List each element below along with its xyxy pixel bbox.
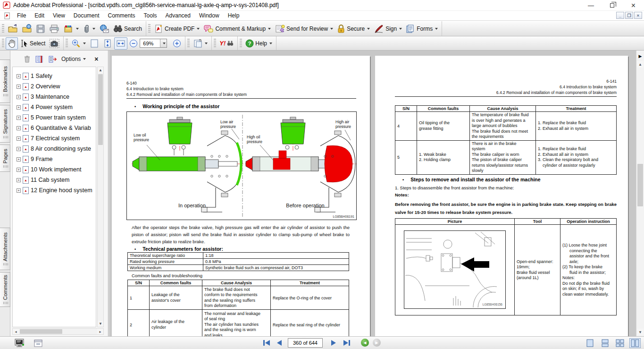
attach-button[interactable] [81, 23, 97, 35]
zoom-out-button[interactable] [127, 38, 140, 49]
next-view-button[interactable]: ► [373, 339, 381, 347]
tab-signatures[interactable]: Signatures [0, 105, 10, 143]
scroll-thumb[interactable] [98, 74, 103, 145]
create-pdf-button[interactable]: Create PDF [152, 23, 201, 35]
menu-document[interactable]: Document [69, 11, 104, 20]
continuous-facing-layout-button[interactable] [614, 338, 626, 348]
menu-advanced[interactable]: Advanced [161, 11, 195, 20]
expander-plus-icon[interactable]: + [17, 95, 21, 99]
zoom-tool-button[interactable] [69, 37, 88, 50]
bookmark-item[interactable]: +10 Work implement [13, 164, 96, 175]
sign-button[interactable]: Sign [372, 23, 404, 35]
menu-file[interactable]: File [13, 11, 30, 20]
send-review-button[interactable]: Send for Review [273, 23, 335, 35]
tab-pages[interactable]: Pages [0, 145, 10, 172]
secure-button[interactable]: Secure [335, 23, 372, 35]
fit-page-button[interactable] [88, 37, 101, 50]
bookmark-item[interactable]: +6 Quantitative & Variab [13, 123, 96, 133]
expander-plus-icon[interactable]: + [17, 116, 21, 120]
print-button[interactable] [47, 23, 61, 35]
single-page-layout-button[interactable] [584, 338, 595, 348]
new-bookmark-icon[interactable] [49, 56, 57, 63]
page-display-button[interactable] [191, 37, 209, 50]
doc-restore-button[interactable]: ❒ [625, 12, 633, 19]
tab-bookmarks[interactable]: Bookmarks [0, 60, 10, 103]
organizer-button[interactable] [61, 23, 81, 35]
expand-bookmark-icon[interactable] [35, 56, 44, 63]
bookmarks-horizontal-scrollbar[interactable]: ◂ ▸ [12, 328, 104, 335]
bookmark-item[interactable]: +5 Power train system [13, 112, 96, 123]
scroll-up-arrow[interactable]: ▲ [637, 61, 644, 68]
menu-edit[interactable]: Edit [30, 11, 49, 20]
close-button[interactable]: × [623, 0, 644, 11]
menu-help[interactable]: Help [224, 11, 244, 20]
bookmark-item[interactable]: +8 Air conditioning syste [13, 144, 96, 154]
select-tool-button[interactable]: Select [18, 38, 47, 49]
page-size-icon[interactable] [34, 340, 42, 347]
previous-page-button[interactable] [276, 339, 283, 347]
menu-comments[interactable]: Comments [104, 11, 140, 20]
scroll-thumb[interactable] [637, 164, 643, 206]
scroll-down-arrow[interactable]: ▼ [98, 321, 103, 327]
expander-plus-icon[interactable]: + [17, 105, 21, 110]
tab-attachments[interactable]: Attachments [0, 228, 10, 270]
expander-plus-icon[interactable]: + [17, 188, 21, 193]
forms-button[interactable]: Forms [404, 23, 440, 35]
next-page-button[interactable] [330, 339, 337, 347]
yahoo-search-button[interactable]: Y! [217, 38, 235, 48]
bookmark-item[interactable]: +9 Frame [13, 154, 96, 164]
zoom-in-button[interactable] [171, 38, 183, 49]
scroll-down-arrow[interactable]: ▼ [637, 329, 644, 335]
first-page-button[interactable] [262, 339, 271, 347]
scroll-left-arrow[interactable]: ◂ [13, 329, 19, 334]
bookmark-item[interactable]: +4 Power system [13, 102, 96, 112]
bookmark-item[interactable]: +11 Cab system [13, 175, 96, 185]
fit-height-button[interactable] [101, 37, 114, 50]
expander-plus-icon[interactable]: + [17, 147, 21, 151]
comment-markup-button[interactable]: Comment & Markup [201, 23, 273, 35]
open-button[interactable] [6, 23, 20, 35]
doc-minimize-button[interactable]: _ [616, 12, 624, 19]
bookmarks-vertical-scrollbar[interactable]: ▲ ▼ [97, 67, 104, 327]
bookmark-item[interactable]: +7 Electrical system [13, 133, 96, 144]
bookmark-item[interactable]: +3 Maintenance [13, 92, 96, 102]
document-pane[interactable]: 6-140 6.4 Introduction to brake system 6… [109, 51, 636, 336]
bookmark-item[interactable]: +12 Engine hood system [13, 185, 96, 196]
menu-window[interactable]: Window [195, 11, 224, 20]
menu-tools[interactable]: Tools [140, 11, 161, 20]
minimize-button[interactable]: — [580, 0, 602, 11]
expander-plus-icon[interactable]: + [17, 178, 21, 182]
doc-close-button[interactable]: × [634, 12, 642, 19]
bookmark-item[interactable]: +1 Safety [13, 71, 96, 81]
scroll-up-arrow[interactable]: ▲ [98, 67, 103, 73]
page-number-field[interactable] [288, 338, 323, 348]
expander-plus-icon[interactable]: + [17, 126, 21, 130]
zoom-combo-button[interactable] [160, 39, 167, 47]
restore-button[interactable] [602, 0, 623, 11]
expander-plus-icon[interactable]: + [17, 85, 21, 89]
expander-plus-icon[interactable]: + [17, 74, 21, 78]
bookmarks-options-button[interactable]: Options [61, 56, 86, 62]
open-web-button[interactable] [20, 23, 34, 35]
continuous-layout-button[interactable] [599, 338, 611, 348]
expander-plus-icon[interactable]: + [17, 168, 21, 172]
fit-width-button[interactable] [114, 37, 127, 50]
hand-tool-button[interactable] [6, 37, 18, 50]
delete-bookmark-icon[interactable] [24, 55, 31, 63]
previous-view-button[interactable]: ◄ [361, 339, 369, 347]
help-button[interactable]: ?Help [243, 38, 274, 49]
pane-menu-arrow-icon[interactable]: ▶ [637, 52, 644, 60]
zoom-level-combobox[interactable]: 69% [140, 39, 167, 48]
email-button[interactable] [97, 23, 111, 35]
scroll-thumb[interactable] [20, 329, 62, 334]
scroll-right-arrow[interactable]: ▸ [97, 329, 103, 334]
expander-plus-icon[interactable]: + [17, 157, 21, 162]
menu-view[interactable]: View [49, 11, 69, 20]
snapshot-button[interactable] [47, 37, 61, 50]
document-vertical-scrollbar[interactable]: ▶ ▲ ▼ [636, 51, 644, 336]
last-page-button[interactable] [343, 339, 351, 347]
tab-comments[interactable]: Comments [0, 272, 10, 307]
screen-view-icon[interactable] [14, 339, 25, 348]
close-panel-icon[interactable]: × [94, 55, 98, 63]
facing-layout-button[interactable] [629, 338, 641, 348]
